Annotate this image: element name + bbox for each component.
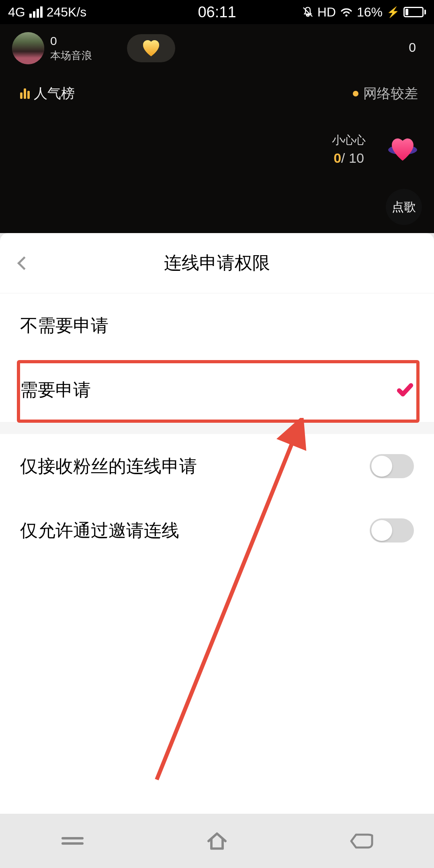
host-avatar[interactable] — [12, 32, 44, 64]
sound-wave-label: 本场音浪 — [50, 49, 92, 63]
toggle-switch[interactable] — [370, 518, 414, 542]
request-song-button[interactable]: 点歌 — [386, 189, 422, 225]
section-divider — [0, 422, 434, 434]
heart-pink-icon[interactable] — [387, 137, 418, 163]
nav-menu-button[interactable] — [58, 831, 86, 851]
heart-yellow-icon — [141, 39, 161, 57]
back-icon — [350, 832, 374, 850]
battery-percent: 16% — [357, 5, 383, 20]
battery-icon — [403, 7, 426, 17]
status-time: 06:11 — [198, 4, 236, 21]
home-icon — [206, 830, 228, 852]
toggle-switch[interactable] — [370, 454, 414, 478]
panel-header: 连线申请权限 — [0, 233, 434, 293]
toggle-fans-only[interactable]: 仅接收粉丝的连线申请 — [0, 434, 434, 498]
nav-home-button[interactable] — [203, 831, 231, 851]
toggle-invite-only[interactable]: 仅允许通过邀请连线 — [0, 498, 434, 563]
status-right: HD 16% ⚡ — [302, 5, 426, 20]
option-no-approval[interactable]: 不需要申请 — [0, 293, 434, 358]
network-status: 网络较差 — [353, 84, 418, 103]
heart-counter[interactable]: 小心心 0/ 10 — [332, 133, 366, 166]
chevron-left-icon — [17, 256, 31, 270]
check-icon — [396, 381, 414, 399]
song-button-label: 点歌 — [387, 190, 421, 224]
popularity-rank-button[interactable]: 人气榜 — [20, 84, 75, 103]
heart-counter-label: 小心心 — [332, 133, 366, 148]
hd-label: HD — [317, 5, 336, 20]
live-stream-area: 0 本场音浪 0 人气榜 网络较差 小心心 0/ 10 点歌 — [0, 24, 434, 233]
charging-icon: ⚡ — [387, 6, 399, 18]
toggle-label: 仅允许通过邀请连线 — [20, 519, 179, 542]
host-info-row[interactable]: 0 本场音浪 — [12, 32, 92, 64]
status-dot-icon — [353, 91, 358, 96]
sound-wave-count: 0 — [50, 34, 92, 48]
rank-label: 人气榜 — [34, 84, 75, 103]
connection-permission-panel: 连线申请权限 不需要申请 需要申请 仅接收粉丝的连线申请 仅允许通过邀请连线 — [0, 233, 434, 814]
bell-mute-icon — [302, 6, 313, 18]
status-left: 4G 245K/s — [8, 5, 86, 20]
signal-icon — [29, 6, 43, 18]
network-type: 4G — [8, 5, 25, 20]
wifi-icon — [340, 7, 353, 17]
toggle-label: 仅接收粉丝的连线申请 — [20, 454, 197, 478]
network-speed: 245K/s — [47, 5, 87, 20]
nav-back-button[interactable] — [348, 831, 376, 851]
like-button[interactable] — [127, 34, 175, 62]
status-bar: 4G 245K/s 06:11 HD 16% ⚡ — [0, 0, 434, 24]
heart-counter-value: 0/ 10 — [332, 150, 366, 166]
back-button[interactable] — [16, 255, 32, 271]
option-label: 需要申请 — [20, 378, 91, 402]
option-label: 不需要申请 — [20, 314, 108, 338]
bar-chart-icon — [20, 88, 30, 99]
panel-title: 连线申请权限 — [164, 251, 270, 275]
svg-point-0 — [346, 14, 347, 16]
system-nav-bar — [0, 814, 434, 868]
host-info: 0 本场音浪 — [50, 34, 92, 63]
menu-icon — [61, 834, 84, 848]
option-need-approval[interactable]: 需要申请 — [0, 358, 434, 422]
viewer-count[interactable]: 0 — [409, 40, 416, 55]
network-label: 网络较差 — [363, 84, 418, 103]
